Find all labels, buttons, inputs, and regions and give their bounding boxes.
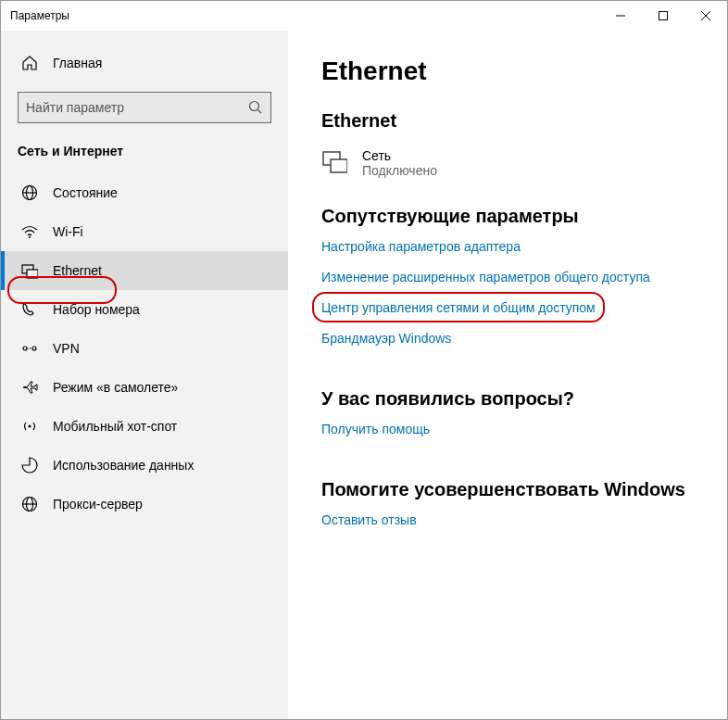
category-label: Сеть и Интернет [1,144,288,173]
sidebar-item-dialup[interactable]: Набор номера [1,290,288,329]
minimize-button[interactable] [599,1,642,31]
network-name: Сеть [362,148,437,163]
related-heading: Сопутствующие параметры [321,206,705,227]
sidebar-item-wifi[interactable]: Wi-Fi [1,212,288,251]
sidebar-item-vpn[interactable]: VPN [1,329,288,368]
sidebar-item-label: Wi-Fi [53,224,83,239]
search-input[interactable] [18,92,271,123]
vpn-icon [21,340,38,357]
sidebar-item-label: Набор номера [53,302,140,317]
sidebar-item-label: Режим «в самолете» [53,380,178,395]
window-title: Параметры [10,9,69,22]
sidebar-item-label: VPN [53,341,80,356]
svg-point-12 [23,347,27,350]
sidebar-item-status[interactable]: Состояние [1,173,288,212]
network-item[interactable]: Сеть Подключено [321,148,705,178]
svg-point-4 [250,102,259,111]
status-icon [21,184,38,201]
sidebar-item-label: Состояние [53,185,118,200]
svg-line-5 [258,110,262,114]
airplane-icon [21,379,38,396]
search-icon [248,100,263,115]
link-advanced-sharing[interactable]: Изменение расширенных параметров общего … [321,270,650,284]
sidebar-item-ethernet[interactable]: Ethernet [1,251,288,290]
search-field[interactable] [26,100,248,115]
link-adapter-settings[interactable]: Настройка параметров адаптера [321,239,521,254]
maximize-icon [659,11,668,20]
sidebar-item-proxy[interactable]: Прокси-сервер [1,485,288,524]
proxy-icon [21,496,38,512]
dialup-icon [21,301,38,318]
page-title: Ethernet [321,57,705,86]
network-status: Подключено [362,163,437,178]
section-heading: Ethernet [321,110,705,132]
improve-heading: Помогите усовершенствовать Windows [321,479,705,500]
help-heading: У вас появились вопросы? [321,388,705,410]
close-icon [701,11,710,20]
svg-rect-20 [331,159,347,172]
sidebar-item-label: Ethernet [53,263,102,278]
ethernet-icon [21,262,38,279]
svg-rect-1 [659,12,668,20]
sidebar-item-hotspot[interactable]: Мобильный хот-спот [1,407,288,446]
sidebar-item-datausage[interactable]: Использование данных [1,446,288,485]
link-network-center[interactable]: Центр управления сетями и общим доступом [321,300,596,315]
home-button[interactable]: Главная [1,47,288,79]
ethernet-icon [321,148,347,174]
hotspot-icon [21,418,38,435]
link-feedback[interactable]: Оставить отзыв [321,512,417,527]
maximize-button[interactable] [642,1,684,31]
link-get-help[interactable]: Получить помощь [321,422,430,436]
datausage-icon [21,457,38,474]
svg-rect-11 [27,270,38,278]
sidebar-item-label: Мобильный хот-спот [53,419,177,434]
svg-point-15 [29,425,31,428]
minimize-icon [616,11,625,20]
link-windows-firewall[interactable]: Брандмауэр Windows [321,331,451,346]
svg-point-13 [32,347,36,350]
svg-point-9 [29,236,31,238]
sidebar-item-label: Прокси-сервер [53,497,143,512]
close-button[interactable] [684,1,727,31]
wifi-icon [21,223,38,240]
home-icon [21,55,38,71]
sidebar-item-airplane[interactable]: Режим «в самолете» [1,368,288,407]
home-label: Главная [53,56,102,70]
sidebar-item-label: Использование данных [53,458,194,473]
